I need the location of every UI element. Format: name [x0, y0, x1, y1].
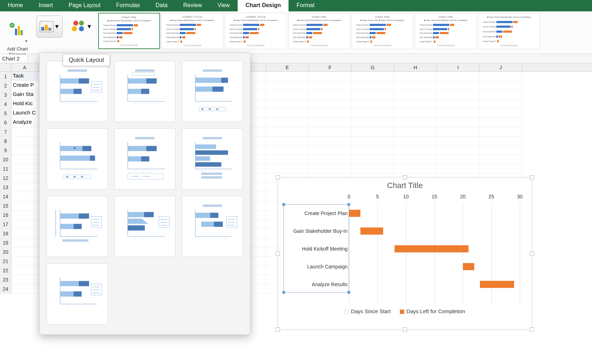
cell[interactable] — [480, 164, 522, 173]
row-header-1[interactable]: 1 — [0, 72, 11, 81]
cell[interactable] — [309, 118, 352, 127]
cell[interactable] — [394, 155, 437, 164]
cell[interactable] — [11, 155, 38, 164]
cell[interactable] — [11, 220, 38, 229]
cell[interactable] — [394, 146, 437, 155]
cell[interactable] — [352, 90, 394, 100]
cell[interactable] — [437, 81, 480, 90]
row-header-15[interactable]: 15 — [0, 201, 11, 210]
quick-layout-option[interactable] — [114, 128, 175, 189]
cell[interactable] — [437, 100, 480, 109]
cell[interactable] — [266, 100, 309, 109]
gantt-bar[interactable] — [349, 210, 360, 217]
chart-legend[interactable]: Days Since Start Days Left for Completio… — [278, 308, 532, 314]
cell[interactable]: Task — [11, 72, 38, 81]
worksheet-grid[interactable]: ADEFGHIJ 1234567891011121314151617181920… — [0, 63, 592, 344]
add-chart-element-button[interactable]: + ▼ — [5, 14, 30, 46]
cell[interactable] — [11, 284, 38, 294]
cell[interactable] — [266, 155, 309, 164]
cell[interactable] — [266, 72, 309, 81]
cell[interactable] — [11, 192, 38, 201]
cell[interactable] — [437, 90, 480, 100]
cell[interactable] — [480, 72, 522, 81]
cell[interactable] — [394, 81, 437, 90]
gantt-bar[interactable] — [480, 281, 514, 288]
cell[interactable] — [437, 127, 480, 136]
cell[interactable] — [480, 100, 522, 109]
row-header-20[interactable]: 20 — [0, 247, 11, 257]
cell[interactable] — [352, 164, 394, 173]
cell[interactable]: Create P — [11, 81, 38, 90]
quick-layout-option[interactable] — [114, 61, 175, 122]
row-header-10[interactable]: 10 — [0, 155, 11, 164]
chart-title[interactable]: Chart Title — [278, 181, 532, 190]
tab-view[interactable]: View — [210, 0, 238, 11]
cell[interactable] — [309, 127, 352, 136]
tab-chart-design[interactable]: Chart Design — [238, 0, 289, 11]
cell[interactable]: Launch C — [11, 109, 38, 118]
cell[interactable] — [266, 136, 309, 146]
row-header-6[interactable]: 6 — [0, 118, 11, 127]
row-header-5[interactable]: 5 — [0, 109, 11, 118]
cell[interactable] — [437, 164, 480, 173]
tab-review[interactable]: Review — [175, 0, 210, 11]
cell[interactable] — [437, 72, 480, 81]
col-header-G[interactable]: G — [352, 63, 394, 71]
cell[interactable] — [266, 109, 309, 118]
cell[interactable] — [437, 146, 480, 155]
cell[interactable] — [11, 266, 38, 275]
tab-format[interactable]: Format — [289, 0, 322, 11]
quick-layout-option[interactable] — [47, 196, 108, 257]
cell[interactable] — [394, 127, 437, 136]
cell[interactable] — [309, 155, 352, 164]
cell[interactable] — [480, 118, 522, 127]
row-header-18[interactable]: 18 — [0, 229, 11, 238]
cell[interactable] — [11, 275, 38, 284]
gantt-bar[interactable] — [360, 228, 383, 235]
cell[interactable] — [480, 127, 522, 136]
row-header-11[interactable]: 11 — [0, 164, 11, 173]
cell[interactable] — [480, 136, 522, 146]
row-header-9[interactable]: 9 — [0, 146, 11, 155]
name-box[interactable]: Chart 2 — [0, 54, 28, 63]
tab-data[interactable]: Data — [148, 0, 175, 11]
cell[interactable] — [11, 127, 38, 136]
col-header-E[interactable]: E — [266, 63, 309, 71]
cell[interactable] — [266, 81, 309, 90]
cell[interactable] — [11, 136, 38, 146]
tab-home[interactable]: Home — [0, 0, 31, 11]
quick-layout-option[interactable] — [114, 196, 175, 257]
cell[interactable] — [266, 90, 309, 100]
cell[interactable] — [437, 118, 480, 127]
row-header-14[interactable]: 14 — [0, 192, 11, 201]
row-header-8[interactable]: 8 — [0, 136, 11, 146]
chart-style-option-1[interactable]: Chart Title■ Days Since Start ■ Days Lef… — [98, 13, 160, 49]
cell[interactable] — [11, 210, 38, 220]
row-header-13[interactable]: 13 — [0, 183, 11, 192]
cell[interactable] — [394, 118, 437, 127]
row-header-17[interactable]: 17 — [0, 220, 11, 229]
cell[interactable] — [11, 257, 38, 266]
cell[interactable] — [480, 155, 522, 164]
row-header-12[interactable]: 12 — [0, 173, 11, 183]
cell[interactable] — [352, 100, 394, 109]
row-header-23[interactable]: 23 — [0, 275, 11, 284]
cell[interactable] — [11, 201, 38, 210]
cell[interactable] — [266, 127, 309, 136]
cell[interactable] — [480, 81, 522, 90]
cell[interactable]: Analyze — [11, 118, 38, 127]
col-header-F[interactable]: F — [309, 63, 352, 71]
row-header-4[interactable]: 4 — [0, 100, 11, 109]
cell[interactable] — [352, 127, 394, 136]
cell[interactable] — [480, 146, 522, 155]
cell[interactable] — [352, 109, 394, 118]
quick-layout-option[interactable] — [47, 263, 108, 325]
cell[interactable] — [480, 90, 522, 100]
gantt-bar[interactable] — [463, 263, 474, 270]
tab-insert[interactable]: Insert — [31, 0, 61, 11]
cell[interactable] — [266, 118, 309, 127]
cell[interactable] — [394, 109, 437, 118]
chart-style-option-5[interactable]: Chart Title■ Days Since Start ■ Days Lef… — [352, 13, 413, 49]
cell[interactable] — [437, 136, 480, 146]
chart-style-option-2[interactable]: CHART TITLE■ Days Since Start ■ Days Lef… — [162, 13, 223, 49]
